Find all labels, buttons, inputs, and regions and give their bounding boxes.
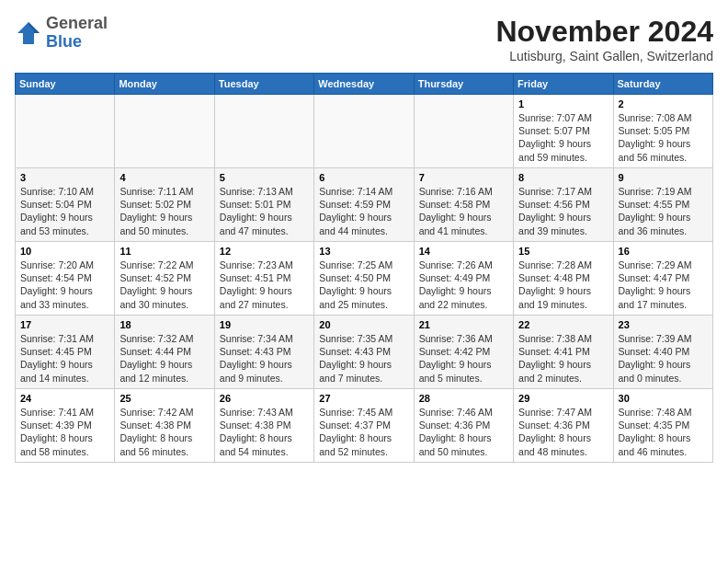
title-section: November 2024 Lutisburg, Saint Gallen, S… — [495, 15, 713, 63]
day-number: 15 — [518, 246, 608, 257]
day-info: Sunrise: 7:32 AM Sunset: 4:44 PM Dayligh… — [119, 332, 209, 385]
day-number: 24 — [20, 393, 109, 404]
calendar-cell: 2Sunrise: 7:08 AM Sunset: 5:05 PM Daylig… — [613, 95, 712, 168]
day-number: 7 — [419, 172, 508, 183]
calendar-cell: 29Sunrise: 7:47 AM Sunset: 4:36 PM Dayli… — [514, 389, 613, 463]
day-info: Sunrise: 7:19 AM Sunset: 4:55 PM Dayligh… — [619, 185, 708, 237]
calendar-cell: 22Sunrise: 7:38 AM Sunset: 4:41 PM Dayli… — [514, 316, 613, 389]
calendar-header: SundayMondayTuesdayWednesdayThursdayFrid… — [16, 74, 713, 95]
day-number: 3 — [20, 172, 109, 183]
calendar-week-4: 17Sunrise: 7:31 AM Sunset: 4:45 PM Dayli… — [16, 316, 713, 389]
weekday-header-sunday: Sunday — [16, 74, 115, 95]
day-info: Sunrise: 7:48 AM Sunset: 4:35 PM Dayligh… — [619, 406, 708, 458]
day-info: Sunrise: 7:13 AM Sunset: 5:01 PM Dayligh… — [220, 185, 309, 237]
day-info: Sunrise: 7:20 AM Sunset: 4:54 PM Dayligh… — [20, 259, 109, 311]
calendar-cell: 25Sunrise: 7:42 AM Sunset: 4:38 PM Dayli… — [115, 389, 214, 463]
logo-text: General Blue — [46, 15, 108, 52]
logo-general-text: General — [46, 14, 108, 32]
calendar-cell: 26Sunrise: 7:43 AM Sunset: 4:38 PM Dayli… — [214, 389, 313, 463]
day-number: 28 — [419, 393, 508, 404]
calendar-cell — [214, 95, 313, 168]
calendar-cell: 3Sunrise: 7:10 AM Sunset: 5:04 PM Daylig… — [16, 168, 115, 242]
calendar-cell: 6Sunrise: 7:14 AM Sunset: 4:59 PM Daylig… — [314, 168, 414, 242]
logo: General Blue — [15, 15, 108, 52]
day-info: Sunrise: 7:23 AM Sunset: 4:51 PM Dayligh… — [220, 259, 309, 311]
day-info: Sunrise: 7:43 AM Sunset: 4:38 PM Dayligh… — [220, 406, 309, 458]
day-info: Sunrise: 7:46 AM Sunset: 4:36 PM Dayligh… — [419, 406, 508, 458]
calendar-cell: 10Sunrise: 7:20 AM Sunset: 4:54 PM Dayli… — [16, 242, 115, 316]
calendar-cell: 20Sunrise: 7:35 AM Sunset: 4:43 PM Dayli… — [314, 316, 414, 389]
weekday-header-thursday: Thursday — [414, 74, 513, 95]
day-number: 2 — [619, 98, 708, 109]
day-info: Sunrise: 7:11 AM Sunset: 5:02 PM Dayligh… — [119, 185, 209, 237]
calendar-cell: 7Sunrise: 7:16 AM Sunset: 4:58 PM Daylig… — [414, 168, 513, 242]
calendar-week-2: 3Sunrise: 7:10 AM Sunset: 5:04 PM Daylig… — [16, 168, 713, 242]
logo-icon — [15, 19, 42, 47]
calendar-cell: 5Sunrise: 7:13 AM Sunset: 5:01 PM Daylig… — [214, 168, 313, 242]
day-number: 4 — [119, 172, 209, 183]
calendar-cell: 23Sunrise: 7:39 AM Sunset: 4:40 PM Dayli… — [613, 316, 712, 389]
day-number: 12 — [220, 246, 309, 257]
calendar-cell: 27Sunrise: 7:45 AM Sunset: 4:37 PM Dayli… — [314, 389, 414, 463]
calendar-cell: 11Sunrise: 7:22 AM Sunset: 4:52 PM Dayli… — [115, 242, 214, 316]
day-info: Sunrise: 7:45 AM Sunset: 4:37 PM Dayligh… — [319, 406, 408, 458]
day-info: Sunrise: 7:31 AM Sunset: 4:45 PM Dayligh… — [20, 332, 109, 385]
calendar-cell: 9Sunrise: 7:19 AM Sunset: 4:55 PM Daylig… — [613, 168, 712, 242]
day-info: Sunrise: 7:08 AM Sunset: 5:05 PM Dayligh… — [619, 111, 708, 164]
day-number: 23 — [619, 319, 708, 330]
calendar-cell: 8Sunrise: 7:17 AM Sunset: 4:56 PM Daylig… — [514, 168, 613, 242]
weekday-header-saturday: Saturday — [613, 74, 712, 95]
subtitle: Lutisburg, Saint Gallen, Switzerland — [495, 49, 713, 63]
day-number: 26 — [220, 393, 309, 404]
calendar-cell: 19Sunrise: 7:34 AM Sunset: 4:43 PM Dayli… — [214, 316, 313, 389]
day-number: 21 — [419, 319, 508, 330]
day-info: Sunrise: 7:34 AM Sunset: 4:43 PM Dayligh… — [220, 332, 309, 385]
day-number: 25 — [119, 393, 209, 404]
calendar-cell: 14Sunrise: 7:26 AM Sunset: 4:49 PM Dayli… — [414, 242, 513, 316]
day-info: Sunrise: 7:17 AM Sunset: 4:56 PM Dayligh… — [518, 185, 608, 237]
calendar-week-5: 24Sunrise: 7:41 AM Sunset: 4:39 PM Dayli… — [16, 389, 713, 463]
calendar-cell — [115, 95, 214, 168]
day-number: 10 — [20, 246, 109, 257]
weekday-header-wednesday: Wednesday — [314, 74, 414, 95]
calendar-cell: 1Sunrise: 7:07 AM Sunset: 5:07 PM Daylig… — [514, 95, 613, 168]
day-info: Sunrise: 7:39 AM Sunset: 4:40 PM Dayligh… — [619, 332, 708, 385]
calendar-cell: 24Sunrise: 7:41 AM Sunset: 4:39 PM Dayli… — [16, 389, 115, 463]
weekday-header-monday: Monday — [115, 74, 214, 95]
day-number: 30 — [619, 393, 708, 404]
calendar-cell — [414, 95, 513, 168]
day-info: Sunrise: 7:25 AM Sunset: 4:50 PM Dayligh… — [319, 259, 408, 311]
day-info: Sunrise: 7:47 AM Sunset: 4:36 PM Dayligh… — [518, 406, 608, 458]
logo-blue-text: Blue — [46, 32, 82, 51]
day-number: 20 — [319, 319, 408, 330]
day-number: 5 — [220, 172, 309, 183]
day-number: 11 — [119, 246, 209, 257]
day-info: Sunrise: 7:41 AM Sunset: 4:39 PM Dayligh… — [20, 406, 109, 458]
day-info: Sunrise: 7:22 AM Sunset: 4:52 PM Dayligh… — [119, 259, 209, 311]
main-title: November 2024 — [495, 15, 713, 49]
calendar-week-1: 1Sunrise: 7:07 AM Sunset: 5:07 PM Daylig… — [16, 95, 713, 168]
day-info: Sunrise: 7:38 AM Sunset: 4:41 PM Dayligh… — [518, 332, 608, 385]
calendar-week-3: 10Sunrise: 7:20 AM Sunset: 4:54 PM Dayli… — [16, 242, 713, 316]
day-number: 6 — [319, 172, 408, 183]
day-info: Sunrise: 7:28 AM Sunset: 4:48 PM Dayligh… — [518, 259, 608, 311]
day-info: Sunrise: 7:29 AM Sunset: 4:47 PM Dayligh… — [619, 259, 708, 311]
calendar-cell: 12Sunrise: 7:23 AM Sunset: 4:51 PM Dayli… — [214, 242, 313, 316]
day-number: 13 — [319, 246, 408, 257]
day-number: 19 — [220, 319, 309, 330]
calendar-body: 1Sunrise: 7:07 AM Sunset: 5:07 PM Daylig… — [16, 95, 713, 463]
weekday-header-row: SundayMondayTuesdayWednesdayThursdayFrid… — [16, 74, 713, 95]
day-info: Sunrise: 7:36 AM Sunset: 4:42 PM Dayligh… — [419, 332, 508, 385]
day-number: 8 — [518, 172, 608, 183]
day-number: 9 — [619, 172, 708, 183]
calendar-cell: 21Sunrise: 7:36 AM Sunset: 4:42 PM Dayli… — [414, 316, 513, 389]
calendar-cell: 16Sunrise: 7:29 AM Sunset: 4:47 PM Dayli… — [613, 242, 712, 316]
day-number: 17 — [20, 319, 109, 330]
calendar-cell: 13Sunrise: 7:25 AM Sunset: 4:50 PM Dayli… — [314, 242, 414, 316]
day-info: Sunrise: 7:35 AM Sunset: 4:43 PM Dayligh… — [319, 332, 408, 385]
day-number: 14 — [419, 246, 508, 257]
day-number: 27 — [319, 393, 408, 404]
day-info: Sunrise: 7:10 AM Sunset: 5:04 PM Dayligh… — [20, 185, 109, 237]
weekday-header-friday: Friday — [514, 74, 613, 95]
weekday-header-tuesday: Tuesday — [214, 74, 313, 95]
